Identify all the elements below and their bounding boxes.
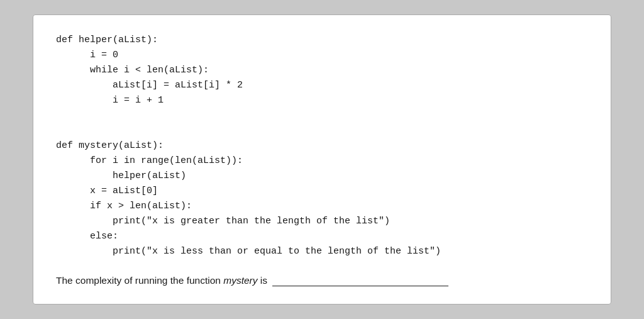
mystery-italic: mystery (223, 275, 257, 286)
question-suffix: is (257, 275, 270, 286)
question-prefix: The complexity of running the function (56, 275, 223, 286)
question-line: The complexity of running the function m… (56, 274, 588, 286)
answer-blank (272, 274, 448, 286)
question-card: def helper(aList): i = 0 while i < len(a… (33, 14, 611, 305)
code-block: def helper(aList): i = 0 while i < len(a… (56, 33, 588, 259)
helper-function: def helper(aList): i = 0 while i < len(a… (56, 35, 441, 257)
